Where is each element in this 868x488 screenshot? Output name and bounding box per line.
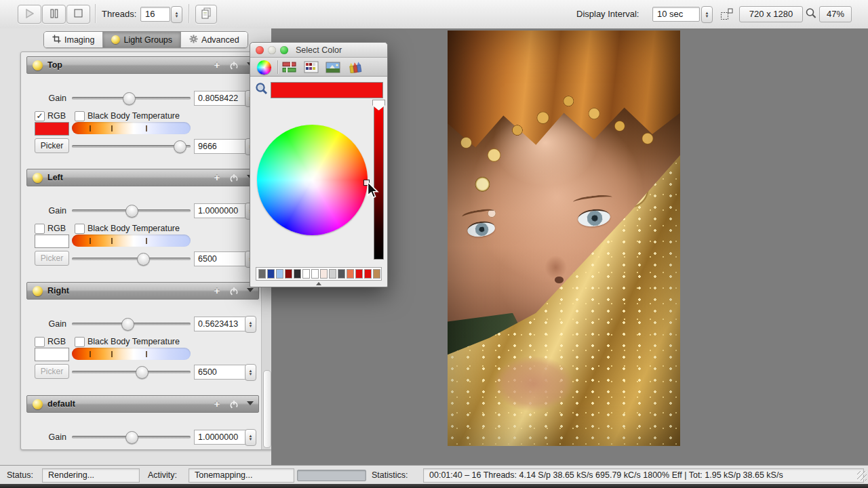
power-icon[interactable] <box>229 400 239 411</box>
gain-value-field[interactable]: 0.5623413 <box>194 317 246 331</box>
zoom-magnifier-icon[interactable] <box>805 7 817 22</box>
color-swatch[interactable] <box>311 269 319 279</box>
color-wheel[interactable] <box>257 125 368 235</box>
blackbody-label: Black Body Temperature <box>87 337 180 346</box>
group-color-swatch[interactable] <box>35 122 69 136</box>
color-swatch[interactable] <box>267 269 275 279</box>
color-swatch[interactable] <box>294 269 301 279</box>
magnifier-picker-icon[interactable] <box>255 82 269 98</box>
picker-button[interactable]: Picker <box>35 364 69 379</box>
resolution-button[interactable]: 488 x 868 <box>739 6 803 22</box>
gain-slider[interactable] <box>72 90 191 106</box>
group-header[interactable]: Top + <box>26 56 259 74</box>
threads-stepper[interactable]: ▲▼ <box>171 6 182 23</box>
scrollbar-thumb[interactable] <box>263 370 271 448</box>
picker-button[interactable]: Picker <box>35 138 69 153</box>
crayons-mode-button[interactable] <box>347 60 363 75</box>
dialog-titlebar[interactable]: Select Color <box>250 43 387 58</box>
gain-value-field[interactable]: 0.8058422 <box>194 91 246 106</box>
threads-input[interactable]: 16 <box>140 7 170 22</box>
slider-thumb[interactable] <box>125 205 138 218</box>
stop-button[interactable] <box>66 5 90 24</box>
color-swatch[interactable] <box>355 269 363 279</box>
color-swatch[interactable] <box>347 269 354 279</box>
color-swatch[interactable] <box>258 269 266 279</box>
rgb-checkbox[interactable] <box>35 224 45 234</box>
blackbody-gradient-bar[interactable] <box>72 122 191 134</box>
group-color-swatch[interactable] <box>35 235 69 248</box>
blackbody-gradient-bar[interactable] <box>72 235 191 247</box>
display-interval-input[interactable]: 10 sec <box>652 7 700 22</box>
copy-button[interactable] <box>195 5 217 24</box>
group-header[interactable]: Right + <box>26 282 259 300</box>
rgb-checkbox[interactable] <box>35 337 45 347</box>
gain-stepper[interactable]: ▲▼ <box>245 429 256 446</box>
scale-image-icon[interactable] <box>720 7 734 23</box>
pause-button[interactable] <box>42 5 66 24</box>
color-sliders-mode-button[interactable] <box>281 60 298 75</box>
tab-imaging[interactable]: Imaging <box>44 32 103 47</box>
slider-thumb[interactable] <box>136 366 149 379</box>
resize-grip[interactable] <box>857 471 867 481</box>
swatch-drawer-handle[interactable] <box>316 282 321 285</box>
blackbody-checkbox[interactable] <box>75 337 85 347</box>
display-interval-stepper[interactable]: ▲▼ <box>701 6 713 23</box>
add-icon[interactable]: + <box>212 171 222 184</box>
color-swatch[interactable] <box>329 269 336 279</box>
temperature-slider[interactable] <box>72 251 191 267</box>
temperature-slider[interactable] <box>72 364 191 380</box>
group-header[interactable]: default + <box>26 395 259 413</box>
blackbody-gradient-bar[interactable] <box>72 348 191 360</box>
color-swatch[interactable] <box>373 269 380 279</box>
slider-thumb[interactable] <box>125 431 138 444</box>
color-swatch[interactable] <box>276 269 283 279</box>
add-icon[interactable]: + <box>212 59 222 71</box>
tab-advanced[interactable]: Advanced <box>181 32 248 47</box>
power-icon[interactable] <box>229 287 239 298</box>
temperature-slider[interactable] <box>72 138 191 155</box>
color-wheel-mode-button[interactable] <box>256 60 272 75</box>
rgb-label: RGB <box>47 111 66 121</box>
temperature-value-field[interactable]: 6500 <box>194 251 246 266</box>
slider-thumb[interactable] <box>123 92 136 105</box>
picker-button[interactable]: Picker <box>35 251 69 266</box>
temperature-value-field[interactable]: 6500 <box>194 365 246 380</box>
activity-label: Activity: <box>148 470 177 480</box>
add-icon[interactable]: + <box>212 285 222 297</box>
color-swatch[interactable] <box>302 269 310 279</box>
blackbody-checkbox[interactable] <box>75 224 85 234</box>
add-icon[interactable]: + <box>212 398 222 410</box>
tab-light-groups[interactable]: Light Groups <box>103 32 181 47</box>
mode-row: RGB Black Body Temperature <box>26 223 259 234</box>
color-swatch[interactable] <box>320 269 328 279</box>
gain-stepper[interactable]: ▲▼ <box>245 316 256 333</box>
slider-thumb[interactable] <box>121 318 134 331</box>
color-swatch[interactable] <box>285 269 292 279</box>
chevron-down-icon[interactable] <box>247 401 254 405</box>
gain-value-field[interactable]: 1.0000000 <box>194 203 246 218</box>
copy-icon <box>201 7 212 22</box>
gain-slider[interactable] <box>72 316 191 332</box>
image-palettes-mode-button[interactable] <box>325 60 341 75</box>
gain-slider[interactable] <box>72 203 191 219</box>
color-swatch[interactable] <box>338 269 345 279</box>
power-icon[interactable] <box>229 174 239 185</box>
zoom-level-button[interactable]: 47% <box>819 6 852 22</box>
slider-thumb[interactable] <box>174 140 186 153</box>
group-color-swatch[interactable] <box>35 348 69 361</box>
color-palettes-mode-button[interactable] <box>303 60 319 75</box>
gain-slider[interactable] <box>72 429 191 445</box>
slider-thumb[interactable] <box>137 253 150 266</box>
temperature-value-field[interactable]: 9666 <box>194 139 246 154</box>
group-header[interactable]: Left + <box>26 169 259 186</box>
dialog-toolbar <box>250 58 387 77</box>
rgb-checkbox[interactable]: ✓ <box>35 111 45 121</box>
brightness-slider[interactable] <box>374 102 384 260</box>
power-icon[interactable] <box>229 61 239 73</box>
play-button[interactable] <box>18 5 41 24</box>
chevron-down-icon[interactable] <box>247 288 254 292</box>
temperature-stepper[interactable]: ▲▼ <box>245 364 256 381</box>
blackbody-checkbox[interactable] <box>75 111 85 121</box>
gain-value-field[interactable]: 1.0000000 <box>194 430 246 445</box>
color-swatch[interactable] <box>364 269 372 279</box>
